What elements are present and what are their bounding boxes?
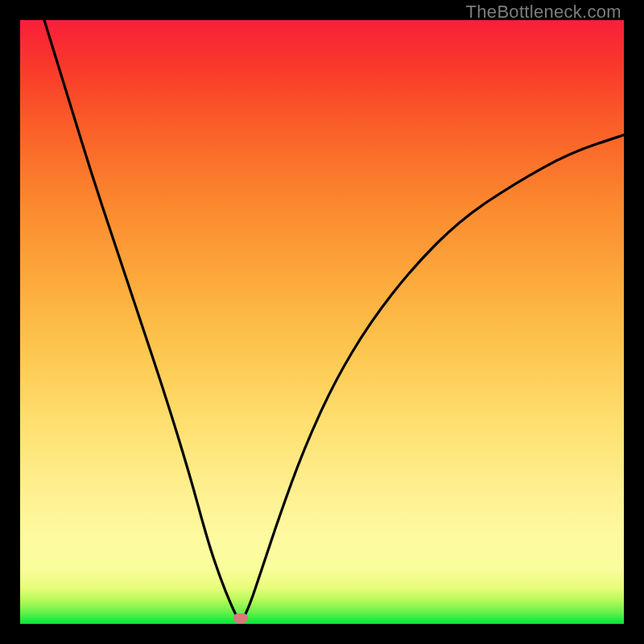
attribution-label: TheBottleneck.com [466,2,621,23]
chart-frame: TheBottleneck.com [0,0,644,644]
optimal-point-marker [233,613,248,623]
chart-plot-area [20,20,624,624]
bottleneck-curve [20,20,624,624]
